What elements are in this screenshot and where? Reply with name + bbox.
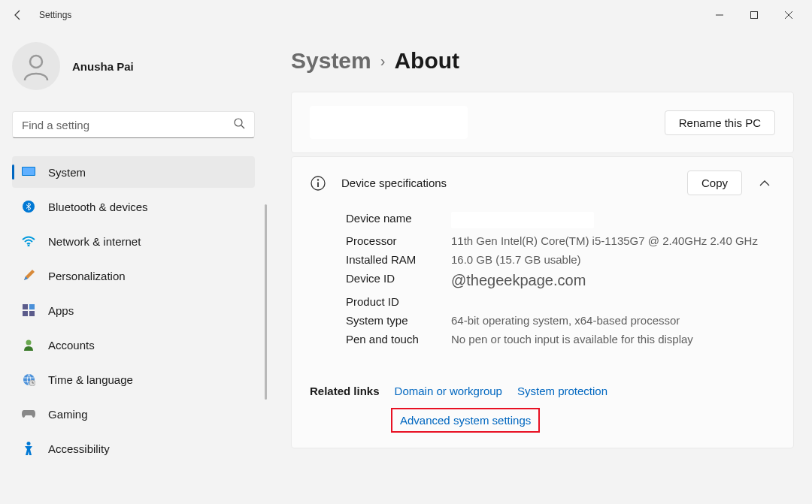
page-title: About [394, 48, 459, 74]
spec-row-pen-touch: Pen and touch No pen or touch input is a… [346, 333, 793, 346]
spec-row-device-id: Device ID @thegeekpage.com [346, 272, 793, 289]
svg-point-5 [235, 119, 242, 126]
brush-icon [21, 268, 36, 283]
sidebar-item-label: Network & internet [48, 235, 141, 248]
back-button[interactable] [6, 3, 30, 27]
svg-point-20 [27, 442, 31, 445]
bluetooth-icon [21, 199, 36, 214]
chevron-right-icon: › [380, 53, 386, 70]
svg-point-10 [28, 245, 30, 247]
svg-point-4 [30, 56, 42, 68]
titlebar: Settings [0, 0, 812, 30]
svg-point-22 [317, 179, 319, 180]
spec-value: 11th Gen Intel(R) Core(TM) i5-1135G7 @ 2… [451, 234, 758, 247]
svg-rect-1 [751, 12, 758, 19]
spec-row-device-name: Device name [346, 212, 793, 228]
copy-button[interactable]: Copy [687, 171, 742, 195]
spec-value: 16.0 GB (15.7 GB usable) [451, 253, 581, 266]
rename-pc-button[interactable]: Rename this PC [665, 110, 775, 135]
spec-value: 64-bit operating system, x64-based proce… [451, 314, 680, 327]
spec-label: Processor [346, 234, 451, 247]
sidebar-item-label: Gaming [48, 408, 88, 421]
sidebar-item-label: Personalization [48, 270, 126, 282]
spec-label: Product ID [346, 295, 451, 308]
sidebar-item-accessibility[interactable]: Accessibility [12, 433, 255, 464]
spec-table: Device name Processor 11th Gen Intel(R) … [292, 209, 793, 370]
svg-line-6 [241, 125, 244, 128]
related-links: Related links Domain or workgroup System… [292, 370, 793, 448]
sidebar-item-label: Time & language [48, 373, 133, 386]
gamepad-icon [21, 406, 36, 421]
watermark: @thegeekpage.com [451, 272, 586, 289]
sidebar-item-gaming[interactable]: Gaming [12, 398, 255, 430]
breadcrumb: System › About [291, 48, 794, 74]
search-field[interactable] [22, 119, 233, 131]
link-system-protection[interactable]: System protection [517, 385, 607, 397]
wifi-icon [21, 234, 36, 249]
sidebar-item-personalization[interactable]: Personalization [12, 260, 255, 291]
pc-name-redacted [310, 106, 468, 139]
scrollbar[interactable] [265, 204, 267, 400]
close-button[interactable] [771, 0, 806, 30]
spec-value-redacted [451, 212, 594, 228]
spec-label: System type [346, 314, 451, 327]
sidebar-item-accounts[interactable]: Accounts [12, 329, 255, 361]
spec-label: Device ID [346, 272, 451, 285]
spec-row-ram: Installed RAM 16.0 GB (15.7 GB usable) [346, 253, 793, 266]
breadcrumb-parent[interactable]: System [291, 48, 371, 74]
info-icon [310, 175, 326, 192]
person-icon [21, 337, 36, 352]
svg-rect-14 [29, 311, 35, 316]
spec-row-system-type: System type 64-bit operating system, x64… [346, 314, 793, 327]
svg-rect-8 [23, 167, 35, 175]
device-specs-card: Device specifications Copy Device name P… [291, 156, 794, 448]
user-name: Anusha Pai [72, 60, 134, 73]
svg-rect-13 [23, 311, 28, 316]
device-specs-heading: Device specifications [341, 177, 447, 189]
spec-value: No pen or touch input is available for t… [451, 333, 693, 346]
sidebar-item-label: Accessibility [48, 442, 110, 455]
maximize-button[interactable] [737, 0, 771, 30]
related-links-label: Related links [310, 385, 380, 397]
main-content: System › About Rename this PC Device spe… [267, 30, 812, 504]
access-icon [21, 441, 36, 456]
pc-name-card: Rename this PC [291, 92, 794, 153]
sidebar-item-label: Apps [48, 304, 74, 317]
sidebar-item-label: System [48, 166, 86, 179]
user-profile[interactable]: Anusha Pai [12, 39, 255, 93]
apps-icon [21, 303, 36, 318]
device-specs-header[interactable]: Device specifications Copy [292, 157, 793, 209]
spec-row-processor: Processor 11th Gen Intel(R) Core(TM) i5-… [346, 234, 793, 247]
spec-label: Pen and touch [346, 333, 451, 346]
spec-label: Device name [346, 212, 451, 225]
chevron-up-icon[interactable] [754, 180, 775, 186]
sidebar-item-system[interactable]: System [12, 156, 255, 188]
system-icon [21, 164, 36, 180]
nav-list: System Bluetooth & devices Network & int… [12, 156, 255, 464]
window-title: Settings [39, 10, 71, 20]
sidebar-item-label: Bluetooth & devices [48, 201, 148, 213]
sidebar-item-apps[interactable]: Apps [12, 294, 255, 326]
svg-point-15 [26, 340, 32, 346]
avatar [12, 42, 60, 90]
search-icon [233, 117, 245, 132]
svg-rect-11 [23, 304, 28, 309]
globe-icon [21, 372, 36, 387]
link-domain-workgroup[interactable]: Domain or workgroup [395, 385, 502, 397]
spec-label: Installed RAM [346, 253, 451, 266]
link-advanced-system-settings[interactable]: Advanced system settings [391, 408, 540, 433]
sidebar-item-label: Accounts [48, 339, 95, 352]
sidebar-item-time-language[interactable]: Time & language [12, 364, 255, 395]
svg-rect-12 [29, 304, 35, 309]
sidebar-item-bluetooth[interactable]: Bluetooth & devices [12, 191, 255, 222]
spec-row-product-id: Product ID [346, 295, 793, 308]
minimize-button[interactable] [702, 0, 737, 30]
sidebar-item-network[interactable]: Network & internet [12, 225, 255, 257]
search-input[interactable] [12, 111, 255, 138]
sidebar: Anusha Pai System Bluetooth & devices Ne… [0, 30, 267, 504]
